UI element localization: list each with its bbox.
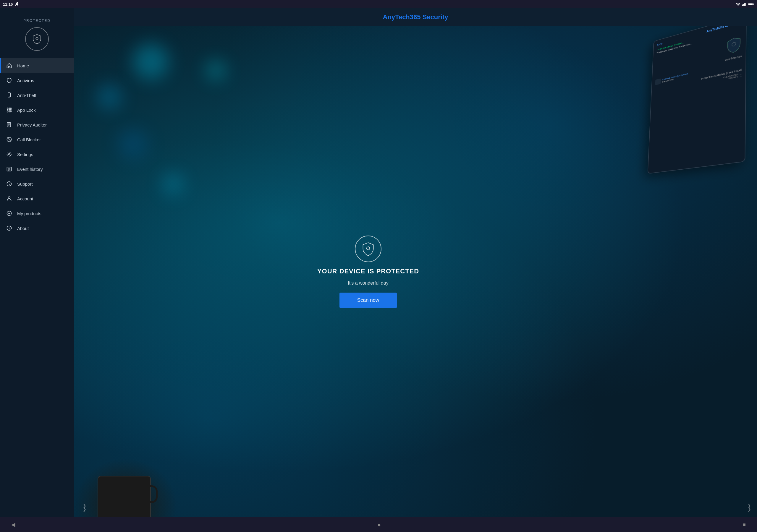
app-lock-icon <box>6 107 13 113</box>
event-history-label: Event history <box>17 167 43 172</box>
sidebar: PROTECTED Home <box>0 8 74 266</box>
svg-rect-12 <box>9 108 10 109</box>
hero-shield-circle <box>355 236 381 262</box>
svg-rect-13 <box>10 108 11 109</box>
sidebar-item-call-blocker[interactable]: Call Blocker <box>0 132 74 147</box>
my-products-icon <box>6 210 13 217</box>
hero-center-content: YOUR DEVICE IS PROTECTED It's a wonderfu… <box>74 26 387 266</box>
sidebar-item-antivirus[interactable]: Antivirus <box>0 73 74 88</box>
about-info-icon <box>6 225 13 231</box>
sidebar-item-my-products[interactable]: My products <box>0 206 74 221</box>
privacy-auditor-label: Privacy Auditor <box>17 122 47 127</box>
svg-point-10 <box>9 96 10 97</box>
app-container: PROTECTED Home <box>0 8 387 266</box>
status-bar-left: 11:16 A <box>3 1 19 7</box>
call-blocker-icon <box>6 136 13 143</box>
sidebar-item-account[interactable]: Account <box>0 191 74 206</box>
sidebar-shield-circle <box>25 27 49 51</box>
antivirus-shield-icon <box>6 77 13 84</box>
svg-point-38 <box>367 247 370 250</box>
app-indicator: A <box>15 1 19 7</box>
top-bar: AnyTech365 Security <box>74 8 387 26</box>
sidebar-item-privacy-auditor[interactable]: Privacy Auditor <box>0 117 74 132</box>
antivirus-label: Antivirus <box>17 78 34 83</box>
sidebar-item-support[interactable]: Support <box>0 176 74 191</box>
about-label: About <box>17 226 29 231</box>
home-icon <box>6 62 13 69</box>
sidebar-header: PROTECTED <box>0 14 74 58</box>
svg-line-25 <box>7 137 11 141</box>
svg-point-37 <box>9 227 10 227</box>
app-lock-label: App Lock <box>17 107 36 113</box>
svg-point-7 <box>36 38 38 40</box>
sidebar-item-about[interactable]: About <box>0 221 74 236</box>
hero-shield-icon <box>362 242 374 256</box>
protected-label: PROTECTED <box>23 18 50 23</box>
sidebar-item-app-lock[interactable]: App Lock <box>0 103 74 117</box>
status-bar: 11:16 A <box>0 0 387 8</box>
anti-theft-icon <box>6 92 13 99</box>
sidebar-item-settings[interactable]: Settings <box>0 147 74 162</box>
privacy-auditor-icon <box>6 122 13 128</box>
sidebar-item-anti-theft[interactable]: Anti-Theft <box>0 88 74 103</box>
sidebar-item-event-history[interactable]: Event history <box>0 162 74 176</box>
support-icon <box>6 181 13 187</box>
account-person-icon <box>6 195 13 202</box>
event-history-icon <box>6 166 13 172</box>
app-title-brand: AnyTech <box>383 13 387 21</box>
settings-gear-icon <box>6 151 13 158</box>
svg-rect-15 <box>9 109 10 110</box>
sidebar-item-home[interactable]: Home <box>0 58 74 73</box>
settings-label: Settings <box>17 152 33 157</box>
svg-rect-18 <box>9 111 10 112</box>
main-content: AnyTech365 Security <box>74 8 387 266</box>
svg-point-32 <box>9 185 10 186</box>
home-label: Home <box>17 63 29 68</box>
time-display: 11:16 <box>3 2 13 7</box>
hero-area: YOUR DEVICE IS PROTECTED It's a wonderfu… <box>74 26 387 266</box>
svg-rect-16 <box>10 109 11 110</box>
svg-rect-19 <box>10 111 11 112</box>
svg-rect-14 <box>7 109 8 110</box>
anti-theft-label: Anti-Theft <box>17 93 36 98</box>
svg-rect-11 <box>7 108 8 109</box>
my-products-label: My products <box>17 211 42 216</box>
svg-rect-17 <box>7 111 8 112</box>
svg-point-33 <box>8 196 10 199</box>
sidebar-shield-icon <box>32 34 42 44</box>
app-title: AnyTech365 Security <box>383 13 387 21</box>
account-label: Account <box>17 196 33 201</box>
svg-point-34 <box>7 211 12 216</box>
support-label: Support <box>17 182 33 187</box>
call-blocker-label: Call Blocker <box>17 137 41 142</box>
svg-point-26 <box>9 154 10 155</box>
